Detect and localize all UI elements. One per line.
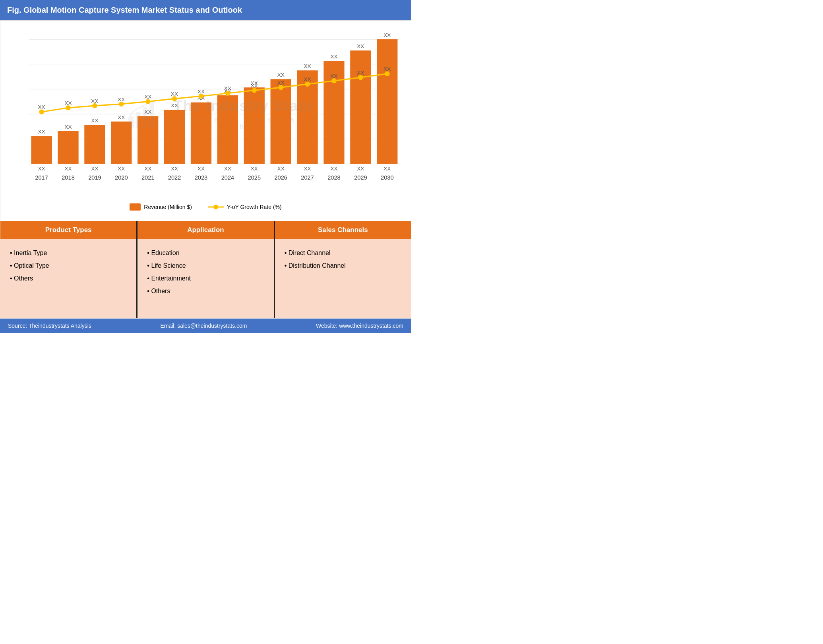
svg-text:XX: XX xyxy=(251,166,258,172)
svg-rect-10 xyxy=(31,136,52,164)
legend-line-dot xyxy=(213,205,218,209)
svg-text:XX: XX xyxy=(144,94,151,100)
svg-text:XX: XX xyxy=(144,109,151,115)
svg-text:XX: XX xyxy=(357,166,364,172)
bottom-section: Product Types • Inertia Type • Optical T… xyxy=(0,221,411,319)
page-wrapper: Fig. Global Motion Capture System Market… xyxy=(0,0,411,333)
svg-text:XX: XX xyxy=(171,166,178,172)
svg-text:XX: XX xyxy=(357,43,364,49)
list-item: • Others xyxy=(147,285,264,298)
svg-text:2025: 2025 xyxy=(248,174,261,181)
svg-text:XX: XX xyxy=(277,80,285,86)
svg-text:2029: 2029 xyxy=(354,174,367,181)
application-body: • Education • Life Science • Entertainme… xyxy=(137,239,273,318)
svg-text:2026: 2026 xyxy=(274,174,287,181)
list-item: • Inertia Type xyxy=(10,247,127,259)
svg-rect-28 xyxy=(191,102,211,164)
svg-text:XX: XX xyxy=(383,66,391,72)
svg-text:XX: XX xyxy=(91,118,98,124)
svg-text:XX: XX xyxy=(171,102,178,108)
svg-rect-13 xyxy=(58,131,78,164)
svg-text:2028: 2028 xyxy=(327,174,341,181)
svg-text:XX: XX xyxy=(38,104,45,110)
chart-container: The Industry Stats m a r k e t r e s e a… xyxy=(8,29,403,199)
svg-text:XX: XX xyxy=(277,166,285,172)
list-item: • Others xyxy=(10,272,127,285)
list-item: • Education xyxy=(147,247,264,259)
svg-text:XX: XX xyxy=(171,91,178,97)
svg-text:2021: 2021 xyxy=(141,174,155,181)
product-types-col: Product Types • Inertia Type • Optical T… xyxy=(0,221,137,318)
svg-text:XX: XX xyxy=(198,89,205,95)
sales-channels-col: Sales Channels • Direct Channel • Distri… xyxy=(275,221,411,318)
svg-text:XX: XX xyxy=(118,97,125,102)
svg-rect-37 xyxy=(271,79,291,164)
svg-text:XX: XX xyxy=(330,73,337,79)
svg-rect-16 xyxy=(84,125,105,164)
svg-text:2017: 2017 xyxy=(35,174,48,181)
page-title: Fig. Global Motion Capture System Market… xyxy=(0,0,411,20)
svg-text:2024: 2024 xyxy=(221,174,234,181)
svg-text:2018: 2018 xyxy=(62,174,75,181)
svg-text:XX: XX xyxy=(38,166,45,172)
footer-website: Website: www.theindustrystats.com xyxy=(316,323,403,329)
svg-rect-19 xyxy=(111,122,132,164)
bar-chart: XX XX XX XX XX XX XX XX XX XX XX XX XX xyxy=(8,29,403,199)
sales-channels-header: Sales Channels xyxy=(275,221,411,239)
svg-text:2023: 2023 xyxy=(195,174,208,181)
product-types-header: Product Types xyxy=(0,221,136,239)
sales-channels-body: • Direct Channel • Distribution Channel xyxy=(275,239,411,318)
legend-bar-label: Revenue (Million $) xyxy=(144,204,192,210)
svg-text:XX: XX xyxy=(64,100,72,106)
footer-source: Source: Theindustrystats Analysis xyxy=(8,323,91,329)
svg-text:XX: XX xyxy=(64,166,72,172)
application-col: Application • Education • Life Science •… xyxy=(137,221,275,318)
svg-text:XX: XX xyxy=(118,166,125,172)
svg-text:XX: XX xyxy=(91,166,98,172)
svg-text:2020: 2020 xyxy=(115,174,128,181)
application-header: Application xyxy=(137,221,273,239)
footer-email: Email: sales@theindustrystats.com xyxy=(160,323,247,329)
svg-text:XX: XX xyxy=(251,83,258,89)
svg-text:XX: XX xyxy=(224,85,231,91)
list-item: • Entertainment xyxy=(147,272,264,285)
svg-text:2022: 2022 xyxy=(168,174,181,181)
svg-text:XX: XX xyxy=(118,114,125,120)
svg-rect-22 xyxy=(137,116,158,164)
svg-rect-46 xyxy=(350,50,371,164)
legend-line-color xyxy=(208,203,224,211)
svg-text:XX: XX xyxy=(304,76,311,82)
svg-text:XX: XX xyxy=(277,72,285,78)
svg-text:XX: XX xyxy=(144,166,151,172)
list-item: • Optical Type xyxy=(10,259,127,272)
legend-line-label: Y-oY Growth Rate (%) xyxy=(227,204,282,210)
chart-area: The Industry Stats m a r k e t r e s e a… xyxy=(0,20,411,221)
svg-text:XX: XX xyxy=(383,166,391,172)
svg-text:XX: XX xyxy=(330,166,337,172)
legend-bar-color xyxy=(130,203,141,211)
svg-text:XX: XX xyxy=(330,54,337,60)
chart-legend: Revenue (Million $) Y-oY Growth Rate (%) xyxy=(8,199,403,217)
svg-rect-31 xyxy=(217,95,238,164)
header-title: Fig. Global Motion Capture System Market… xyxy=(7,6,242,14)
svg-rect-49 xyxy=(377,39,397,164)
svg-text:2030: 2030 xyxy=(381,174,394,181)
list-item: • Direct Channel xyxy=(285,247,401,259)
svg-text:2027: 2027 xyxy=(301,174,314,181)
svg-text:XX: XX xyxy=(64,124,72,130)
legend-bar: Revenue (Million $) xyxy=(130,203,192,211)
legend-line: Y-oY Growth Rate (%) xyxy=(208,203,282,211)
svg-text:XX: XX xyxy=(224,166,231,172)
svg-rect-34 xyxy=(244,87,265,164)
svg-text:2019: 2019 xyxy=(88,174,101,181)
list-item: • Distribution Channel xyxy=(285,259,401,272)
svg-rect-25 xyxy=(164,110,185,164)
svg-text:XX: XX xyxy=(357,70,364,76)
svg-text:XX: XX xyxy=(91,98,98,104)
svg-text:XX: XX xyxy=(304,166,311,172)
svg-text:XX: XX xyxy=(304,63,311,69)
svg-text:XX: XX xyxy=(38,129,45,135)
svg-text:XX: XX xyxy=(383,32,391,38)
svg-text:XX: XX xyxy=(198,166,205,172)
list-item: • Life Science xyxy=(147,259,264,272)
